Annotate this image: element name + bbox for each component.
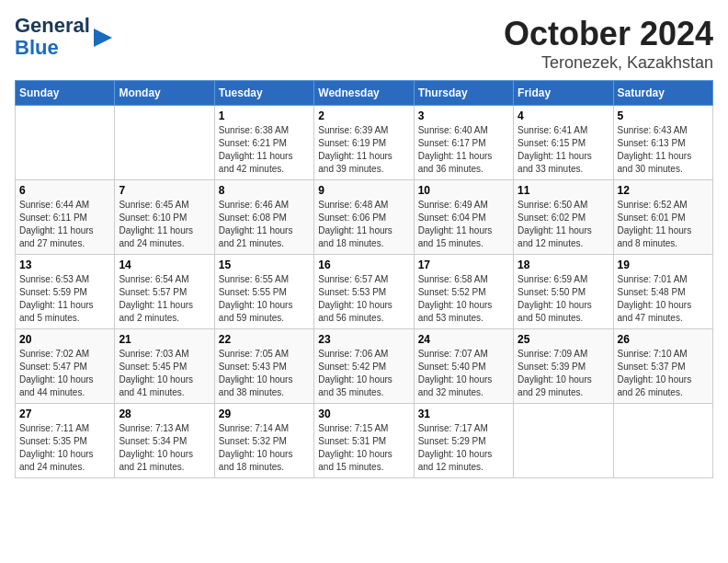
calendar-cell [16, 106, 115, 180]
calendar-cell: 27Sunrise: 7:11 AM Sunset: 5:35 PM Dayli… [16, 404, 115, 478]
day-info: Sunrise: 6:52 AM Sunset: 6:01 PM Dayligh… [618, 199, 709, 250]
day-info: Sunrise: 6:55 AM Sunset: 5:55 PM Dayligh… [219, 273, 310, 325]
calendar-cell: 26Sunrise: 7:10 AM Sunset: 5:37 PM Dayli… [613, 329, 712, 404]
day-info: Sunrise: 7:07 AM Sunset: 5:40 PM Dayligh… [418, 348, 509, 399]
day-info: Sunrise: 6:43 AM Sunset: 6:13 PM Dayligh… [618, 124, 709, 176]
day-number: 29 [219, 408, 310, 420]
calendar-cell: 24Sunrise: 7:07 AM Sunset: 5:40 PM Dayli… [414, 329, 513, 404]
calendar-cell: 14Sunrise: 6:54 AM Sunset: 5:57 PM Dayli… [115, 255, 214, 329]
day-number: 28 [119, 408, 210, 420]
title-block: October 2024 Teronezek, Kazakhstan [504, 15, 713, 73]
calendar-cell: 22Sunrise: 7:05 AM Sunset: 5:43 PM Dayli… [214, 329, 313, 404]
day-info: Sunrise: 7:10 AM Sunset: 5:37 PM Dayligh… [618, 348, 709, 399]
day-info: Sunrise: 6:46 AM Sunset: 6:08 PM Dayligh… [219, 199, 310, 250]
day-info: Sunrise: 7:14 AM Sunset: 5:32 PM Dayligh… [219, 422, 310, 474]
day-info: Sunrise: 6:48 AM Sunset: 6:06 PM Dayligh… [318, 199, 409, 250]
calendar-cell: 16Sunrise: 6:57 AM Sunset: 5:53 PM Dayli… [314, 255, 414, 329]
day-info: Sunrise: 6:53 AM Sunset: 5:59 PM Dayligh… [19, 273, 110, 325]
calendar-table: SundayMondayTuesdayWednesdayThursdayFrid… [15, 80, 713, 478]
day-number: 13 [19, 259, 110, 271]
day-info: Sunrise: 7:06 AM Sunset: 5:42 PM Dayligh… [318, 348, 409, 399]
day-number: 11 [518, 184, 609, 197]
day-number: 15 [219, 259, 310, 271]
day-number: 9 [318, 184, 409, 197]
day-number: 25 [518, 333, 609, 346]
day-number: 10 [418, 184, 509, 197]
day-info: Sunrise: 7:15 AM Sunset: 5:31 PM Dayligh… [318, 422, 409, 474]
header-monday: Monday [115, 81, 214, 106]
page-header: General Blue October 2024 Teronezek, Kaz… [15, 15, 713, 73]
day-number: 17 [418, 259, 509, 271]
day-number: 23 [318, 333, 409, 346]
day-info: Sunrise: 6:50 AM Sunset: 6:02 PM Dayligh… [518, 199, 609, 250]
day-info: Sunrise: 7:17 AM Sunset: 5:29 PM Dayligh… [418, 422, 509, 474]
day-info: Sunrise: 6:40 AM Sunset: 6:17 PM Dayligh… [418, 124, 509, 176]
logo: General Blue [15, 15, 112, 59]
calendar-cell: 23Sunrise: 7:06 AM Sunset: 5:42 PM Dayli… [314, 329, 414, 404]
calendar-cell: 7Sunrise: 6:45 AM Sunset: 6:10 PM Daylig… [115, 180, 214, 255]
day-number: 3 [418, 109, 509, 122]
day-number: 16 [318, 259, 409, 271]
day-number: 24 [418, 333, 509, 346]
calendar-cell: 9Sunrise: 6:48 AM Sunset: 6:06 PM Daylig… [314, 180, 414, 255]
calendar-week-1: 1Sunrise: 6:38 AM Sunset: 6:21 PM Daylig… [16, 106, 713, 180]
day-number: 26 [618, 333, 709, 346]
calendar-week-5: 27Sunrise: 7:11 AM Sunset: 5:35 PM Dayli… [16, 404, 713, 478]
header-sunday: Sunday [16, 81, 115, 106]
calendar-cell: 10Sunrise: 6:49 AM Sunset: 6:04 PM Dayli… [414, 180, 513, 255]
calendar-cell: 12Sunrise: 6:52 AM Sunset: 6:01 PM Dayli… [613, 180, 712, 255]
header-saturday: Saturday [613, 81, 712, 106]
header-friday: Friday [514, 81, 613, 106]
day-info: Sunrise: 7:03 AM Sunset: 5:45 PM Dayligh… [119, 348, 210, 399]
day-info: Sunrise: 7:02 AM Sunset: 5:47 PM Dayligh… [19, 348, 110, 399]
page-subtitle: Teronezek, Kazakhstan [504, 53, 713, 73]
calendar-cell: 4Sunrise: 6:41 AM Sunset: 6:15 PM Daylig… [514, 106, 613, 180]
page-title: October 2024 [504, 15, 713, 53]
calendar-week-3: 13Sunrise: 6:53 AM Sunset: 5:59 PM Dayli… [16, 255, 713, 329]
calendar-cell: 25Sunrise: 7:09 AM Sunset: 5:39 PM Dayli… [514, 329, 613, 404]
day-info: Sunrise: 7:05 AM Sunset: 5:43 PM Dayligh… [219, 348, 310, 399]
day-info: Sunrise: 6:58 AM Sunset: 5:52 PM Dayligh… [418, 273, 509, 325]
day-number: 18 [518, 259, 609, 271]
calendar-cell [514, 404, 613, 478]
header-thursday: Thursday [414, 81, 513, 106]
svg-marker-0 [94, 29, 112, 47]
calendar-cell: 3Sunrise: 6:40 AM Sunset: 6:17 PM Daylig… [414, 106, 513, 180]
day-number: 19 [618, 259, 709, 271]
day-number: 27 [19, 408, 110, 420]
day-number: 4 [518, 109, 609, 122]
day-number: 14 [119, 259, 210, 271]
day-info: Sunrise: 6:54 AM Sunset: 5:57 PM Dayligh… [119, 273, 210, 325]
day-number: 12 [618, 184, 709, 197]
day-info: Sunrise: 6:45 AM Sunset: 6:10 PM Dayligh… [119, 199, 210, 250]
logo-arrow-icon [94, 29, 112, 47]
day-number: 2 [318, 109, 409, 122]
day-info: Sunrise: 6:59 AM Sunset: 5:50 PM Dayligh… [518, 273, 609, 325]
calendar-cell: 2Sunrise: 6:39 AM Sunset: 6:19 PM Daylig… [314, 106, 414, 180]
calendar-cell: 21Sunrise: 7:03 AM Sunset: 5:45 PM Dayli… [115, 329, 214, 404]
calendar-week-2: 6Sunrise: 6:44 AM Sunset: 6:11 PM Daylig… [16, 180, 713, 255]
header-wednesday: Wednesday [314, 81, 414, 106]
calendar-header-row: SundayMondayTuesdayWednesdayThursdayFrid… [16, 81, 713, 106]
day-number: 8 [219, 184, 310, 197]
header-tuesday: Tuesday [214, 81, 313, 106]
calendar-cell: 13Sunrise: 6:53 AM Sunset: 5:59 PM Dayli… [16, 255, 115, 329]
day-number: 30 [318, 408, 409, 420]
calendar-cell: 1Sunrise: 6:38 AM Sunset: 6:21 PM Daylig… [214, 106, 313, 180]
day-number: 1 [219, 109, 310, 122]
day-number: 21 [119, 333, 210, 346]
calendar-cell: 8Sunrise: 6:46 AM Sunset: 6:08 PM Daylig… [214, 180, 313, 255]
calendar-cell: 20Sunrise: 7:02 AM Sunset: 5:47 PM Dayli… [16, 329, 115, 404]
day-number: 20 [19, 333, 110, 346]
calendar-cell: 19Sunrise: 7:01 AM Sunset: 5:48 PM Dayli… [613, 255, 712, 329]
logo-line2: Blue [15, 37, 90, 59]
calendar-week-4: 20Sunrise: 7:02 AM Sunset: 5:47 PM Dayli… [16, 329, 713, 404]
day-info: Sunrise: 6:41 AM Sunset: 6:15 PM Dayligh… [518, 124, 609, 176]
logo-line1: General [15, 15, 90, 37]
calendar-cell: 30Sunrise: 7:15 AM Sunset: 5:31 PM Dayli… [314, 404, 414, 478]
day-info: Sunrise: 7:13 AM Sunset: 5:34 PM Dayligh… [119, 422, 210, 474]
day-info: Sunrise: 6:44 AM Sunset: 6:11 PM Dayligh… [19, 199, 110, 250]
day-info: Sunrise: 6:49 AM Sunset: 6:04 PM Dayligh… [418, 199, 509, 250]
calendar-cell: 18Sunrise: 6:59 AM Sunset: 5:50 PM Dayli… [514, 255, 613, 329]
day-number: 22 [219, 333, 310, 346]
